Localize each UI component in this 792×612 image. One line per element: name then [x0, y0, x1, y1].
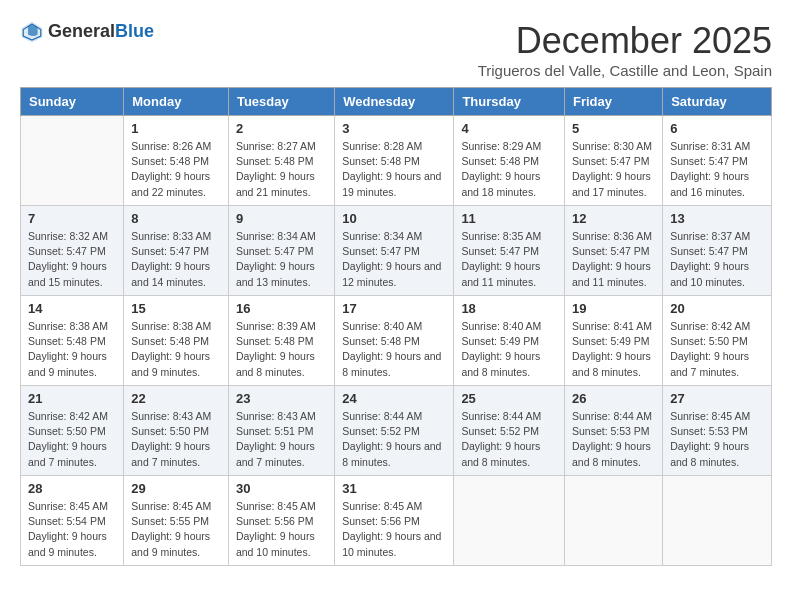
calendar-week-row: 7Sunrise: 8:32 AMSunset: 5:47 PMDaylight…	[21, 206, 772, 296]
calendar-cell: 7Sunrise: 8:32 AMSunset: 5:47 PMDaylight…	[21, 206, 124, 296]
day-number: 22	[131, 391, 221, 406]
day-number: 2	[236, 121, 327, 136]
header-saturday: Saturday	[663, 88, 772, 116]
day-number: 11	[461, 211, 557, 226]
day-info: Sunrise: 8:36 AMSunset: 5:47 PMDaylight:…	[572, 229, 655, 290]
day-info: Sunrise: 8:34 AMSunset: 5:47 PMDaylight:…	[342, 229, 446, 290]
day-number: 4	[461, 121, 557, 136]
day-number: 19	[572, 301, 655, 316]
day-info: Sunrise: 8:26 AMSunset: 5:48 PMDaylight:…	[131, 139, 221, 200]
day-info: Sunrise: 8:44 AMSunset: 5:52 PMDaylight:…	[342, 409, 446, 470]
logo-text: General Blue	[48, 22, 154, 42]
header-sunday: Sunday	[21, 88, 124, 116]
calendar-cell	[21, 116, 124, 206]
calendar-header-row: Sunday Monday Tuesday Wednesday Thursday…	[21, 88, 772, 116]
calendar-cell: 10Sunrise: 8:34 AMSunset: 5:47 PMDayligh…	[335, 206, 454, 296]
calendar-cell: 28Sunrise: 8:45 AMSunset: 5:54 PMDayligh…	[21, 476, 124, 566]
day-number: 21	[28, 391, 116, 406]
location-subtitle: Trigueros del Valle, Castille and Leon, …	[478, 62, 772, 79]
day-number: 27	[670, 391, 764, 406]
calendar-cell: 31Sunrise: 8:45 AMSunset: 5:56 PMDayligh…	[335, 476, 454, 566]
logo: General Blue	[20, 20, 154, 44]
calendar-cell: 9Sunrise: 8:34 AMSunset: 5:47 PMDaylight…	[228, 206, 334, 296]
title-area: December 2025 Trigueros del Valle, Casti…	[478, 20, 772, 79]
calendar-cell: 16Sunrise: 8:39 AMSunset: 5:48 PMDayligh…	[228, 296, 334, 386]
day-info: Sunrise: 8:44 AMSunset: 5:53 PMDaylight:…	[572, 409, 655, 470]
header-thursday: Thursday	[454, 88, 565, 116]
day-number: 25	[461, 391, 557, 406]
day-number: 28	[28, 481, 116, 496]
day-info: Sunrise: 8:38 AMSunset: 5:48 PMDaylight:…	[28, 319, 116, 380]
calendar-cell: 6Sunrise: 8:31 AMSunset: 5:47 PMDaylight…	[663, 116, 772, 206]
calendar-cell: 3Sunrise: 8:28 AMSunset: 5:48 PMDaylight…	[335, 116, 454, 206]
day-info: Sunrise: 8:30 AMSunset: 5:47 PMDaylight:…	[572, 139, 655, 200]
calendar-cell: 13Sunrise: 8:37 AMSunset: 5:47 PMDayligh…	[663, 206, 772, 296]
day-info: Sunrise: 8:27 AMSunset: 5:48 PMDaylight:…	[236, 139, 327, 200]
day-info: Sunrise: 8:32 AMSunset: 5:47 PMDaylight:…	[28, 229, 116, 290]
day-number: 29	[131, 481, 221, 496]
day-info: Sunrise: 8:41 AMSunset: 5:49 PMDaylight:…	[572, 319, 655, 380]
calendar-week-row: 14Sunrise: 8:38 AMSunset: 5:48 PMDayligh…	[21, 296, 772, 386]
calendar-cell: 11Sunrise: 8:35 AMSunset: 5:47 PMDayligh…	[454, 206, 565, 296]
day-info: Sunrise: 8:40 AMSunset: 5:48 PMDaylight:…	[342, 319, 446, 380]
day-info: Sunrise: 8:39 AMSunset: 5:48 PMDaylight:…	[236, 319, 327, 380]
calendar-cell: 19Sunrise: 8:41 AMSunset: 5:49 PMDayligh…	[564, 296, 662, 386]
calendar-cell: 24Sunrise: 8:44 AMSunset: 5:52 PMDayligh…	[335, 386, 454, 476]
calendar-table: Sunday Monday Tuesday Wednesday Thursday…	[20, 87, 772, 566]
day-info: Sunrise: 8:29 AMSunset: 5:48 PMDaylight:…	[461, 139, 557, 200]
day-number: 23	[236, 391, 327, 406]
logo-general: General	[48, 22, 115, 42]
day-info: Sunrise: 8:45 AMSunset: 5:56 PMDaylight:…	[342, 499, 446, 560]
header-tuesday: Tuesday	[228, 88, 334, 116]
day-number: 6	[670, 121, 764, 136]
day-info: Sunrise: 8:34 AMSunset: 5:47 PMDaylight:…	[236, 229, 327, 290]
calendar-cell: 4Sunrise: 8:29 AMSunset: 5:48 PMDaylight…	[454, 116, 565, 206]
day-number: 10	[342, 211, 446, 226]
day-info: Sunrise: 8:44 AMSunset: 5:52 PMDaylight:…	[461, 409, 557, 470]
day-info: Sunrise: 8:43 AMSunset: 5:50 PMDaylight:…	[131, 409, 221, 470]
day-info: Sunrise: 8:35 AMSunset: 5:47 PMDaylight:…	[461, 229, 557, 290]
day-info: Sunrise: 8:37 AMSunset: 5:47 PMDaylight:…	[670, 229, 764, 290]
calendar-cell: 1Sunrise: 8:26 AMSunset: 5:48 PMDaylight…	[124, 116, 229, 206]
day-info: Sunrise: 8:33 AMSunset: 5:47 PMDaylight:…	[131, 229, 221, 290]
calendar-cell: 14Sunrise: 8:38 AMSunset: 5:48 PMDayligh…	[21, 296, 124, 386]
calendar-cell: 12Sunrise: 8:36 AMSunset: 5:47 PMDayligh…	[564, 206, 662, 296]
day-info: Sunrise: 8:43 AMSunset: 5:51 PMDaylight:…	[236, 409, 327, 470]
day-number: 14	[28, 301, 116, 316]
calendar-week-row: 28Sunrise: 8:45 AMSunset: 5:54 PMDayligh…	[21, 476, 772, 566]
calendar-week-row: 21Sunrise: 8:42 AMSunset: 5:50 PMDayligh…	[21, 386, 772, 476]
logo-icon	[20, 20, 44, 44]
logo-blue: Blue	[115, 22, 154, 42]
calendar-cell: 15Sunrise: 8:38 AMSunset: 5:48 PMDayligh…	[124, 296, 229, 386]
calendar-week-row: 1Sunrise: 8:26 AMSunset: 5:48 PMDaylight…	[21, 116, 772, 206]
day-info: Sunrise: 8:45 AMSunset: 5:56 PMDaylight:…	[236, 499, 327, 560]
day-number: 8	[131, 211, 221, 226]
day-info: Sunrise: 8:38 AMSunset: 5:48 PMDaylight:…	[131, 319, 221, 380]
day-number: 20	[670, 301, 764, 316]
day-info: Sunrise: 8:45 AMSunset: 5:55 PMDaylight:…	[131, 499, 221, 560]
page-header: General Blue December 2025 Trigueros del…	[20, 20, 772, 79]
day-number: 24	[342, 391, 446, 406]
calendar-cell: 5Sunrise: 8:30 AMSunset: 5:47 PMDaylight…	[564, 116, 662, 206]
day-number: 9	[236, 211, 327, 226]
calendar-cell: 29Sunrise: 8:45 AMSunset: 5:55 PMDayligh…	[124, 476, 229, 566]
calendar-cell: 27Sunrise: 8:45 AMSunset: 5:53 PMDayligh…	[663, 386, 772, 476]
day-info: Sunrise: 8:45 AMSunset: 5:54 PMDaylight:…	[28, 499, 116, 560]
day-number: 16	[236, 301, 327, 316]
day-info: Sunrise: 8:40 AMSunset: 5:49 PMDaylight:…	[461, 319, 557, 380]
day-number: 5	[572, 121, 655, 136]
calendar-cell: 20Sunrise: 8:42 AMSunset: 5:50 PMDayligh…	[663, 296, 772, 386]
day-number: 31	[342, 481, 446, 496]
header-monday: Monday	[124, 88, 229, 116]
calendar-cell: 22Sunrise: 8:43 AMSunset: 5:50 PMDayligh…	[124, 386, 229, 476]
header-wednesday: Wednesday	[335, 88, 454, 116]
day-number: 3	[342, 121, 446, 136]
calendar-cell: 17Sunrise: 8:40 AMSunset: 5:48 PMDayligh…	[335, 296, 454, 386]
day-number: 18	[461, 301, 557, 316]
calendar-cell: 25Sunrise: 8:44 AMSunset: 5:52 PMDayligh…	[454, 386, 565, 476]
calendar-cell	[454, 476, 565, 566]
day-number: 15	[131, 301, 221, 316]
day-number: 17	[342, 301, 446, 316]
day-number: 13	[670, 211, 764, 226]
day-number: 12	[572, 211, 655, 226]
